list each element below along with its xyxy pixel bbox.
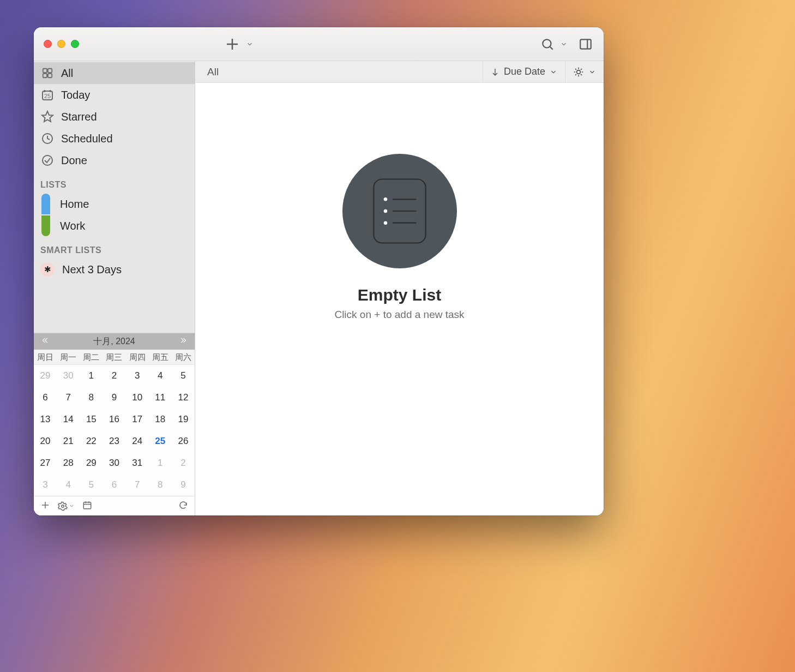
calendar-dow: 周五	[149, 350, 172, 365]
empty-subtitle: Click on + to add a new task	[334, 309, 464, 321]
calendar-day[interactable]: 23	[103, 430, 125, 452]
calendar-day[interactable]: 11	[149, 387, 172, 409]
svg-line-31	[575, 74, 576, 75]
calendar-prev-month[interactable]	[38, 337, 51, 346]
calendar-day[interactable]: 6	[103, 474, 125, 496]
calendar-day[interactable]: 16	[103, 409, 125, 430]
sidebar-item-all[interactable]: All	[34, 62, 195, 84]
calendar-day[interactable]: 8	[80, 387, 103, 409]
calendar-day[interactable]: 12	[172, 387, 195, 409]
clock-icon	[40, 131, 55, 146]
svg-line-32	[581, 69, 582, 70]
svg-marker-13	[42, 111, 53, 122]
sidebar-item-label: Scheduled	[61, 133, 113, 145]
calendar-day[interactable]: 31	[126, 452, 149, 474]
sidebar-item-done[interactable]: Done	[34, 149, 195, 171]
calendar-day[interactable]: 13	[34, 409, 57, 430]
calendar-day[interactable]: 30	[103, 452, 125, 474]
sidebar-smartlist-item[interactable]: ✱Next 3 Days	[34, 259, 195, 280]
sidebar-list-item[interactable]: Home	[34, 193, 195, 215]
sidebar-item-label: Starred	[61, 111, 97, 123]
calendar-today-icon: 25	[40, 88, 55, 102]
titlebar	[34, 27, 604, 61]
sidebar-item-label: Home	[58, 198, 89, 211]
calendar-day[interactable]: 24	[126, 430, 149, 452]
calendar-dow: 周三	[103, 350, 125, 365]
smartlist-icon: ✱	[40, 262, 55, 277]
svg-rect-4	[580, 39, 591, 49]
settings-button[interactable]	[58, 501, 75, 511]
chevron-down-icon	[560, 40, 568, 48]
calendar-day[interactable]: 7	[126, 474, 149, 496]
empty-title: Empty List	[358, 286, 441, 304]
list-color-icon	[41, 215, 50, 236]
calendar-day[interactable]: 18	[149, 409, 172, 430]
zoom-window-button[interactable]	[71, 40, 79, 48]
svg-point-2	[543, 39, 551, 47]
calendar-next-month[interactable]	[177, 337, 190, 346]
calendar-day[interactable]: 1	[149, 452, 172, 474]
calendar-day[interactable]: 1	[80, 365, 103, 387]
calendar-day[interactable]: 4	[149, 365, 172, 387]
calendar-day[interactable]: 26	[172, 430, 195, 452]
lists-header: LISTS	[34, 171, 195, 193]
view-options-button[interactable]	[565, 61, 604, 82]
svg-line-3	[550, 46, 553, 49]
calendar-day[interactable]: 27	[34, 452, 57, 474]
calendar-day[interactable]: 28	[57, 452, 80, 474]
calendar-day[interactable]: 25	[149, 430, 172, 452]
svg-rect-9	[48, 74, 52, 77]
sidebar-item-label: Done	[61, 154, 87, 167]
calendar-day[interactable]: 9	[103, 387, 125, 409]
chevron-down-icon	[588, 68, 596, 76]
calendar-day[interactable]: 4	[57, 474, 80, 496]
star-icon	[40, 110, 55, 124]
svg-rect-8	[43, 74, 47, 77]
calendar-day[interactable]: 9	[172, 474, 195, 496]
calendar-day[interactable]: 22	[80, 430, 103, 452]
toggle-detail-pane-button[interactable]	[575, 35, 596, 53]
calendar-day[interactable]: 29	[80, 452, 103, 474]
calendar-day[interactable]: 2	[172, 452, 195, 474]
calendar-day[interactable]: 17	[126, 409, 149, 430]
close-window-button[interactable]	[44, 40, 52, 48]
calendar-day[interactable]: 8	[149, 474, 172, 496]
empty-state: Empty List Click on + to add a new task	[195, 83, 604, 515]
calendar-day[interactable]: 7	[57, 387, 80, 409]
calendar-day[interactable]: 21	[57, 430, 80, 452]
sidebar-item-starred[interactable]: Starred	[34, 106, 195, 128]
sidebar-item-scheduled[interactable]: Scheduled	[34, 128, 195, 149]
search-button[interactable]	[537, 35, 571, 53]
calendar-day[interactable]: 5	[172, 365, 195, 387]
sync-button[interactable]	[178, 500, 188, 512]
add-list-button[interactable]	[40, 500, 50, 512]
calendar-day[interactable]: 6	[34, 387, 57, 409]
chevron-down-icon	[246, 40, 254, 48]
minimize-window-button[interactable]	[57, 40, 65, 48]
calendar-day[interactable]: 15	[80, 409, 103, 430]
calendar-day[interactable]: 3	[34, 474, 57, 496]
calendar-day[interactable]: 20	[34, 430, 57, 452]
sidebar-item-label: Today	[61, 89, 90, 101]
calendar-dow: 周二	[80, 350, 103, 365]
calendar-day[interactable]: 5	[80, 474, 103, 496]
calendar-day[interactable]: 14	[57, 409, 80, 430]
calendar-day[interactable]: 10	[126, 387, 149, 409]
add-task-button[interactable]	[221, 34, 257, 55]
sidebar-item-today[interactable]: 25 Today	[34, 84, 195, 106]
calendar-day[interactable]: 29	[34, 365, 57, 387]
calendar-day[interactable]: 19	[172, 409, 195, 430]
svg-line-30	[581, 74, 582, 75]
sort-button[interactable]: Due Date	[483, 61, 565, 82]
calendar-view-button[interactable]	[82, 500, 92, 512]
calendar-day[interactable]: 3	[126, 365, 149, 387]
svg-line-29	[575, 69, 576, 70]
svg-point-34	[383, 197, 387, 201]
sidebar: All 25 Today Starred	[34, 61, 195, 515]
empty-list-icon	[342, 154, 457, 268]
main-pane: All Due Date	[195, 61, 604, 515]
sidebar-list-item[interactable]: Work	[34, 215, 195, 237]
calendar-day[interactable]: 2	[103, 365, 125, 387]
grid-icon	[40, 66, 55, 80]
calendar-day[interactable]: 30	[57, 365, 80, 387]
